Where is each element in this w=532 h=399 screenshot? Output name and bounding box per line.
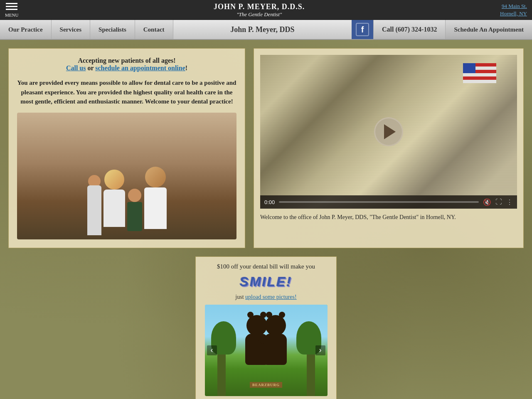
right-panel: 0:00 🔇 ⛶ ⋮ Welcome to the office of John… bbox=[254, 48, 524, 248]
carousel-image: BEARZBURG bbox=[205, 305, 328, 396]
upload-pictures-link[interactable]: upload some pictures! bbox=[245, 294, 297, 300]
schedule-online-link[interactable]: schedule an appointment online bbox=[95, 64, 185, 71]
bear-right bbox=[264, 315, 287, 365]
site-tagline: "The Gentle Dentist" bbox=[18, 11, 500, 18]
main-content: Accepting new patients of all ages! Call… bbox=[0, 40, 532, 399]
top-section: Accepting new patients of all ages! Call… bbox=[8, 48, 524, 248]
video-caption: Welcome to the office of John P. Meyer, … bbox=[260, 213, 517, 222]
family-photo bbox=[17, 113, 236, 239]
flag-stripe-white3 bbox=[463, 80, 496, 83]
play-icon bbox=[384, 124, 396, 139]
left-panel: Accepting new patients of all ages! Call… bbox=[8, 48, 245, 248]
video-controls: 0:00 🔇 ⛶ ⋮ bbox=[260, 195, 517, 209]
schedule-appointment-button[interactable]: Schedule An Appointment bbox=[445, 20, 532, 39]
welcome-paragraph: You are provided every means possible to… bbox=[17, 78, 236, 106]
video-more-icon[interactable]: ⋮ bbox=[506, 198, 513, 206]
bottom-section: $100 off your dental bill will make you … bbox=[8, 256, 524, 399]
facebook-button[interactable]: f bbox=[352, 20, 373, 39]
site-title: JOHN P. MEYER, D.D.S. bbox=[18, 2, 500, 11]
person-child2 bbox=[127, 189, 142, 231]
photo-carousel: BEARZBURG ‹ › bbox=[205, 305, 328, 396]
nav-bar: Our Practice Services Specialists Contac… bbox=[0, 20, 532, 40]
call-button[interactable]: Call (607) 324-1032 bbox=[373, 20, 445, 39]
menu-label: MENU bbox=[5, 12, 18, 17]
nav-services[interactable]: Services bbox=[52, 20, 90, 39]
top-bar-address[interactable]: 94 Main St. Hornell, NY bbox=[500, 2, 527, 17]
smile-just-text: just upload some pictures! bbox=[204, 294, 328, 300]
video-mute-icon[interactable]: 🔇 bbox=[483, 198, 491, 206]
person-adult-man bbox=[144, 167, 167, 229]
video-progress-bar[interactable] bbox=[279, 201, 479, 203]
video-player[interactable]: 0:00 🔇 ⛶ ⋮ bbox=[260, 55, 517, 209]
nav-contact[interactable]: Contact bbox=[135, 20, 173, 39]
video-timestamp: 0:00 bbox=[264, 199, 275, 205]
menu-icon[interactable]: MENU bbox=[5, 3, 18, 17]
carousel-next-button[interactable]: › bbox=[315, 345, 325, 355]
person-adult-woman bbox=[103, 170, 125, 227]
person-child1 bbox=[87, 175, 101, 235]
flag-canton bbox=[463, 63, 475, 73]
arch-sign-text: BEARZBURG bbox=[250, 382, 282, 388]
address-line2: Hornell, NY bbox=[500, 10, 527, 17]
top-bar-center: JOHN P. MEYER, D.D.S. "The Gentle Dentis… bbox=[18, 2, 500, 18]
bears-scene: BEARZBURG bbox=[205, 305, 328, 396]
nav-right: f Call (607) 324-1032 Schedule An Appoin… bbox=[352, 20, 532, 39]
flag-stripe-red3 bbox=[463, 76, 496, 80]
call-us-link[interactable]: Call us bbox=[66, 64, 86, 71]
top-bar: MENU JOHN P. MEYER, D.D.S. "The Gentle D… bbox=[0, 0, 532, 20]
video-fullscreen-icon[interactable]: ⛶ bbox=[495, 198, 502, 206]
flag-stripe-white2 bbox=[463, 73, 496, 76]
smile-logo: SMILE! bbox=[203, 274, 329, 289]
facebook-icon: f bbox=[356, 23, 369, 36]
smile-offer-text: $100 off your dental bill will make you bbox=[204, 263, 328, 270]
family-scene bbox=[17, 113, 236, 239]
smile-panel: $100 off your dental bill will make you … bbox=[195, 256, 337, 399]
address-line1: 94 Main St. bbox=[500, 2, 527, 10]
nav-specialists[interactable]: Specialists bbox=[90, 20, 135, 39]
nav-center-title: John P. Meyer, DDS bbox=[173, 25, 352, 34]
carousel-prev-button[interactable]: ‹ bbox=[207, 345, 217, 355]
video-flag-area bbox=[463, 63, 505, 88]
video-play-button[interactable] bbox=[374, 117, 403, 146]
nav-our-practice[interactable]: Our Practice bbox=[0, 20, 52, 39]
accepting-text: Accepting new patients of all ages! Call… bbox=[17, 57, 236, 72]
